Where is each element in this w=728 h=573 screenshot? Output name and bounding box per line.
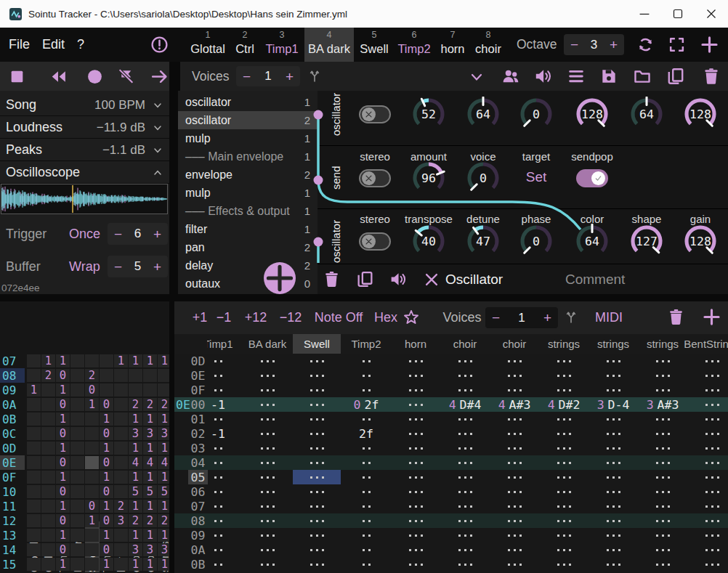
pattern-cell[interactable] [342, 557, 390, 572]
track-tab-glottal[interactable]: 1Glottal [188, 28, 227, 62]
buffer-mode-button[interactable]: Wrap [69, 256, 100, 277]
order-cell[interactable]: 0 [100, 514, 113, 527]
pattern-cell[interactable]: 3D-4 [589, 397, 637, 412]
pattern-cell[interactable] [194, 499, 242, 513]
order-cell[interactable] [41, 543, 55, 556]
pattern-cell[interactable] [194, 455, 242, 470]
order-cell[interactable]: 1 [158, 413, 169, 426]
order-cell[interactable]: 1 [56, 500, 70, 513]
window-minimize-button[interactable] [628, 0, 661, 28]
pattern-cell[interactable] [392, 397, 440, 412]
order-cell[interactable] [27, 427, 41, 440]
pattern-cell[interactable] [639, 412, 687, 426]
buffer-decrease-button[interactable]: − [114, 260, 122, 274]
unit-list-item-outaux[interactable]: outaux0 [178, 275, 318, 293]
order-cell[interactable] [70, 413, 84, 426]
pattern-toolbar-button-note-off[interactable]: Note Off [315, 301, 363, 334]
unit-list-item-filter[interactable]: filter1 [178, 220, 318, 238]
order-cell[interactable]: 0 [100, 485, 113, 498]
order-cell[interactable]: 1 [56, 471, 70, 484]
pattern-toolbar-button-+1[interactable]: +1 [193, 301, 208, 334]
menu-file[interactable]: File [9, 28, 30, 62]
order-row-number[interactable]: 15 [0, 557, 25, 572]
order-cell[interactable]: 3 [143, 427, 157, 440]
order-cell[interactable]: 3 [114, 514, 128, 527]
order-row-number[interactable]: 13 [0, 528, 25, 542]
order-cell[interactable]: 1 [56, 558, 70, 571]
order-cell[interactable] [85, 485, 99, 498]
order-cell[interactable]: 3 [158, 543, 169, 556]
pattern-cell[interactable] [688, 354, 728, 368]
order-cell[interactable] [100, 354, 113, 367]
pattern-cell[interactable] [688, 470, 728, 484]
pattern-cell[interactable] [243, 397, 291, 412]
order-cell[interactable] [114, 558, 128, 571]
order-row-number[interactable]: 0C [0, 426, 25, 441]
order-cell[interactable]: 0 [56, 514, 70, 527]
order-cell[interactable] [27, 354, 41, 367]
pattern-cell[interactable] [688, 528, 728, 542]
unit-list-item-mulp[interactable]: mulp1 [178, 184, 318, 202]
pattern-cell[interactable] [688, 455, 728, 470]
order-cell[interactable]: 1 [85, 398, 99, 411]
order-cell[interactable]: 3 [143, 543, 157, 556]
order-cell[interactable]: 1 [100, 442, 113, 455]
order-cell[interactable] [100, 383, 113, 397]
pattern-toolbar-button-−12[interactable]: −12 [280, 301, 302, 334]
order-cell[interactable]: 0 [100, 398, 113, 411]
order-cell[interactable]: 1 [100, 413, 113, 426]
pattern-voices-decrease-button[interactable]: − [492, 311, 500, 325]
unit-list-item-mulp[interactable]: mulp1 [178, 129, 318, 147]
order-cell[interactable] [114, 456, 128, 469]
order-row-number[interactable]: 0F [0, 470, 25, 484]
order-cell[interactable] [114, 543, 128, 556]
follow-off-icon[interactable] [117, 68, 135, 86]
pattern-cell[interactable] [243, 542, 291, 557]
pattern-cell[interactable] [342, 455, 390, 470]
pattern-cell[interactable] [392, 368, 440, 383]
track-tab-ctrl[interactable]: 2Ctrl [225, 28, 264, 62]
order-cell[interactable] [27, 514, 41, 527]
pattern-cell[interactable]: 4D#4 [441, 397, 489, 412]
pattern-cell[interactable] [194, 513, 242, 528]
order-cell[interactable] [85, 354, 99, 367]
unit-list-item-pan[interactable]: pan2 [178, 238, 318, 256]
pattern-track-header-strings-7[interactable]: strings [548, 334, 580, 354]
order-cell[interactable] [70, 514, 84, 527]
pattern-cell[interactable] [194, 412, 242, 426]
pattern-cell[interactable] [589, 528, 637, 542]
solo-unit-icon[interactable] [389, 270, 407, 288]
pattern-cell[interactable] [441, 455, 489, 470]
pattern-cell[interactable] [342, 528, 390, 542]
record-button[interactable] [86, 68, 104, 86]
order-cell[interactable] [41, 500, 55, 513]
order-cell[interactable]: 5 [129, 485, 142, 498]
pattern-cell[interactable] [441, 383, 489, 397]
pattern-cell[interactable] [441, 557, 489, 572]
order-cell[interactable]: 0 [56, 543, 70, 556]
pattern-track-header-horn-4[interactable]: horn [405, 334, 426, 354]
pattern-cell[interactable] [293, 542, 341, 557]
pattern-cell[interactable] [639, 368, 687, 383]
pattern-cell[interactable] [293, 499, 341, 513]
pattern-cell[interactable] [540, 455, 588, 470]
pattern-cell[interactable] [293, 470, 341, 484]
pattern-cell[interactable]: -1 [194, 426, 242, 441]
chevron-up-icon[interactable] [152, 167, 163, 179]
order-cell[interactable]: 1 [129, 442, 142, 455]
pattern-cell[interactable] [589, 412, 637, 426]
pattern-cell[interactable] [540, 383, 588, 397]
pattern-cell[interactable] [540, 412, 588, 426]
order-cell[interactable] [41, 456, 55, 469]
order-cell[interactable] [70, 427, 84, 440]
order-cell[interactable] [85, 442, 99, 455]
order-cell[interactable] [27, 442, 41, 455]
order-cell[interactable] [158, 369, 169, 382]
pattern-cell[interactable] [589, 426, 637, 441]
order-cell[interactable]: 0 [100, 543, 113, 556]
pattern-cell[interactable] [639, 470, 687, 484]
pattern-cell[interactable] [441, 499, 489, 513]
panel-row-loudness[interactable]: Loudness−11.9 dB [0, 117, 169, 139]
pattern-cell[interactable] [243, 354, 291, 368]
pattern-cell[interactable]: 4A#3 [490, 397, 538, 412]
